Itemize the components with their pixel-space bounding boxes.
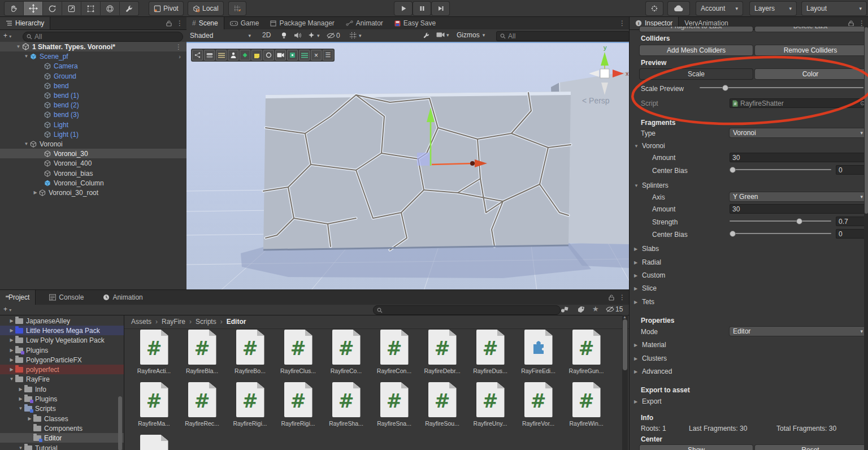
project-tree-item[interactable]: ▶Info	[0, 384, 124, 394]
hierarchy-item[interactable]: Light	[0, 120, 186, 129]
hierarchy-item[interactable]: bend (3)	[0, 110, 186, 119]
asset-item[interactable]: #RayfireRec...	[178, 382, 226, 427]
move-tool-icon[interactable]	[24, 2, 43, 15]
splinters-bias-field[interactable]: 0	[836, 229, 867, 239]
tab-package-manager[interactable]: Package Manager	[264, 17, 340, 29]
asset-item[interactable]: #RayfireActi...	[130, 330, 178, 374]
2d-toggle[interactable]: 2D	[262, 31, 271, 39]
slabs-foldout[interactable]: ▶Slabs	[634, 245, 659, 253]
project-tree-item[interactable]: ▶polyperfect	[0, 365, 124, 374]
project-create-button[interactable]: + ▾	[3, 305, 11, 313]
overlay-share-icon[interactable]	[192, 50, 203, 60]
add-mesh-colliders-button[interactable]: Add Mesh Colliders	[640, 45, 753, 55]
asset-item[interactable]: #RayfireRigi...	[274, 382, 322, 427]
hierarchy-item[interactable]: Camera	[0, 61, 186, 71]
project-tree-item[interactable]: ▶Plugins	[0, 394, 124, 404]
custom-foldout[interactable]: ▶Custom	[634, 271, 665, 279]
custom-tools-icon[interactable]	[120, 2, 138, 15]
asset-item[interactable]: #RayfireMa...	[130, 382, 178, 427]
fragment-button-clipped[interactable]: Fragment to Last	[640, 27, 753, 32]
asset-item[interactable]: #RayfireRigi...	[226, 382, 274, 427]
overlay-toggles-icon[interactable]	[204, 50, 215, 60]
scale-preview-slider[interactable]	[700, 83, 863, 92]
project-tree-item[interactable]: ▶Plugins	[0, 345, 124, 355]
scene-header-row[interactable]: ▼ 1 Shatter. Types. Voronoi* ⋮	[0, 42, 186, 51]
mode-dropdown[interactable]: Editor▾	[730, 327, 866, 336]
lock-icon[interactable]	[609, 295, 614, 301]
transform-tool-icon[interactable]	[101, 2, 120, 15]
project-hidden-count[interactable]: 15	[606, 305, 623, 313]
tets-foldout[interactable]: ▶Tets	[634, 298, 654, 306]
overlay-list-icon[interactable]	[216, 50, 227, 60]
script-object-field[interactable]: # RayfireShatter	[730, 98, 864, 108]
tab-hierarchy[interactable]: Hierarchy	[0, 17, 50, 29]
layout-dropdown[interactable]: Layout▾	[802, 2, 866, 15]
overlay-menu-icon[interactable]: ☰	[323, 50, 333, 60]
hierarchy-item[interactable]: Light (1)	[0, 129, 186, 139]
scene-search-input[interactable]: All	[496, 31, 630, 41]
asset-item[interactable]: #RayfireUny...	[466, 382, 514, 427]
hierarchy-item[interactable]: ▼ Voronoi	[0, 139, 186, 149]
remove-colliders-button[interactable]: Remove Colliders	[755, 45, 866, 55]
project-tree-item[interactable]: ▶JapaneseAlley	[0, 316, 124, 326]
orientation-gizmo[interactable]: y x	[581, 44, 628, 101]
breadcrumb-scripts[interactable]: Scripts	[196, 318, 216, 326]
lock-icon[interactable]	[166, 20, 172, 27]
gizmos-dropdown[interactable]: Gizmos▾	[457, 31, 485, 39]
project-tree-item-selected[interactable]: Editor	[0, 433, 124, 443]
local-toggle[interactable]: Local	[188, 2, 223, 15]
grid-snap-button[interactable]	[229, 2, 246, 15]
hierarchy-item[interactable]: Ground	[0, 71, 186, 81]
scene-menu-icon[interactable]: ⋮	[175, 43, 182, 51]
grid-visibility-dropdown[interactable]: ▾	[349, 32, 362, 39]
pause-button[interactable]	[413, 2, 431, 15]
hierarchy-item[interactable]: bend (2)	[0, 100, 186, 110]
effects-dropdown-icon[interactable]: ▾	[307, 32, 320, 39]
pivot-toggle[interactable]: Pivot	[149, 2, 183, 15]
asset-item[interactable]: #RayfireBla...	[178, 330, 226, 374]
project-tree-item[interactable]: ▼RayFire	[0, 374, 124, 384]
project-tree-scrollbar[interactable]	[118, 315, 123, 450]
asset-item[interactable]: #RayfireClus...	[274, 330, 322, 374]
overlay-camera-icon[interactable]	[275, 50, 286, 60]
voronoi-bias-field[interactable]: 0	[836, 165, 867, 175]
overlay-layers-icon[interactable]	[299, 50, 310, 60]
cloud-button[interactable]	[668, 2, 689, 15]
asset-item[interactable]: #RayfireSou...	[418, 382, 466, 427]
splinters-amount-field[interactable]: 30	[730, 204, 867, 214]
scale-tool-icon[interactable]	[62, 2, 81, 15]
material-foldout[interactable]: ▶Material	[634, 341, 666, 349]
asset-item[interactable]: #RayfireBo...	[226, 330, 274, 374]
tab-easy-save[interactable]: Easy Save	[389, 17, 441, 29]
splinters-bias-slider[interactable]	[730, 229, 831, 238]
breadcrumb-rayfire[interactable]: RayFire	[162, 318, 185, 326]
breadcrumb-assets[interactable]: Assets	[131, 318, 151, 326]
type-dropdown[interactable]: Voronoi▾	[730, 128, 866, 137]
project-search-input[interactable]	[373, 305, 561, 315]
scene-tools-icon[interactable]	[423, 32, 430, 39]
radial-foldout[interactable]: ▶Radial	[634, 258, 661, 266]
preview-scale-button[interactable]: Scale	[640, 69, 753, 79]
prefab-open-chevron[interactable]: ›	[179, 53, 181, 60]
voronoi-amount-field[interactable]: 30	[730, 153, 867, 162]
project-menu-icon[interactable]: ⋮	[619, 293, 626, 301]
hand-tool-icon[interactable]	[5, 2, 24, 15]
project-tree-item[interactable]: Components	[0, 423, 124, 433]
tab-project[interactable]: Project	[0, 290, 36, 305]
overlay-record-icon[interactable]	[287, 50, 298, 60]
hierarchy-item[interactable]: bend (1)	[0, 90, 186, 100]
hierarchy-item[interactable]: ▶ Voronoi_30_root	[0, 188, 186, 197]
overlay-avatar-icon[interactable]	[228, 50, 238, 60]
project-tree-item[interactable]: ▶Little Heroes Mega Pack	[0, 326, 124, 335]
hierarchy-menu-icon[interactable]: ⋮	[176, 19, 183, 27]
asset-item[interactable]: #RayfireCon...	[370, 330, 418, 374]
asset-item[interactable]: #RayfireDebr...	[418, 330, 466, 374]
overlay-ring-icon[interactable]	[263, 50, 274, 60]
asset-item[interactable]: RayFireEdi...	[514, 330, 562, 374]
splinters-foldout[interactable]: ▼Splinters	[634, 181, 669, 189]
layers-dropdown[interactable]: Layers▾	[750, 2, 796, 15]
project-tree-item[interactable]: ▼Tutorial	[0, 443, 124, 450]
slice-foldout[interactable]: ▶Slice	[634, 284, 657, 292]
project-tree-item[interactable]: ▶Low Poly Vegetation Pack	[0, 335, 124, 345]
voronoi-bias-slider[interactable]	[730, 165, 831, 174]
